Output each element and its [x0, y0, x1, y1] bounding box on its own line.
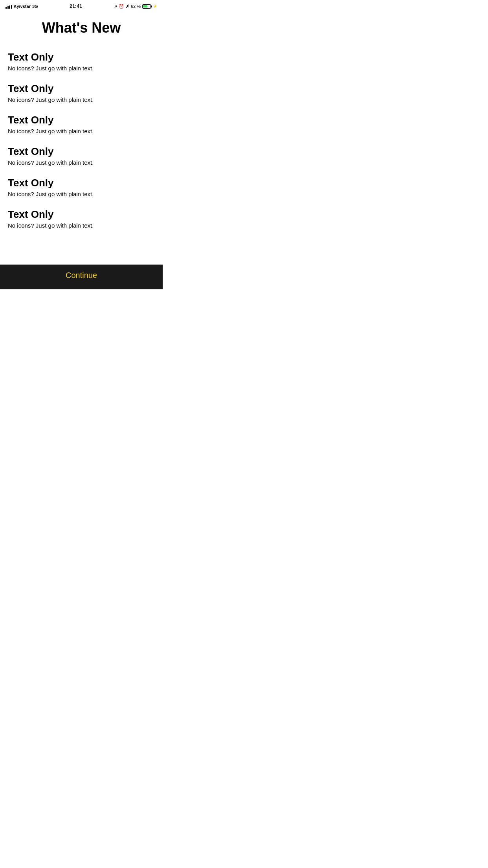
alarm-icon: ⏰: [119, 4, 124, 9]
time-label: 21:41: [70, 4, 82, 9]
continue-button[interactable]: Continue: [8, 271, 155, 280]
feature-item: Text OnlyNo icons? Just go with plain te…: [8, 203, 155, 234]
continue-label: Continue: [8, 271, 155, 280]
battery-icon: ⚡: [142, 4, 157, 9]
feature-item: Text OnlyNo icons? Just go with plain te…: [8, 77, 155, 108]
feature-description: No icons? Just go with plain text.: [8, 128, 155, 134]
feature-title: Text Only: [8, 208, 155, 221]
feature-description: No icons? Just go with plain text.: [8, 65, 155, 72]
feature-description: No icons? Just go with plain text.: [8, 159, 155, 166]
carrier-label: Kyivstar: [14, 4, 31, 9]
page-title: What's New: [8, 20, 155, 36]
feature-description: No icons? Just go with plain text.: [8, 191, 155, 197]
battery-percentage: 62 %: [131, 4, 141, 9]
feature-title: Text Only: [8, 177, 155, 189]
location-icon: ↗: [114, 4, 117, 9]
status-right: ↗ ⏰ ✗ 62 % ⚡: [114, 4, 157, 9]
battery-fill: [143, 5, 147, 7]
bluetooth-icon: ✗: [126, 4, 129, 9]
feature-item: Text OnlyNo icons? Just go with plain te…: [8, 140, 155, 171]
feature-title: Text Only: [8, 145, 155, 158]
status-bar: Kyivstar 3G 21:41 ↗ ⏰ ✗ 62 % ⚡: [0, 0, 163, 12]
feature-title: Text Only: [8, 83, 155, 95]
charging-icon: ⚡: [153, 4, 157, 8]
network-label: 3G: [32, 4, 38, 9]
feature-item: Text OnlyNo icons? Just go with plain te…: [8, 171, 155, 203]
continue-bar: Continue: [0, 265, 163, 289]
feature-list: Text OnlyNo icons? Just go with plain te…: [8, 46, 155, 234]
battery-body: [142, 4, 151, 9]
feature-title: Text Only: [8, 51, 155, 63]
main-content: What's New Text OnlyNo icons? Just go wi…: [0, 12, 163, 265]
feature-description: No icons? Just go with plain text.: [8, 96, 155, 103]
signal-bars-icon: [6, 4, 12, 9]
feature-item: Text OnlyNo icons? Just go with plain te…: [8, 46, 155, 77]
battery-tip: [151, 6, 152, 7]
status-left: Kyivstar 3G: [6, 4, 38, 9]
feature-item: Text OnlyNo icons? Just go with plain te…: [8, 108, 155, 140]
feature-title: Text Only: [8, 114, 155, 126]
feature-description: No icons? Just go with plain text.: [8, 222, 155, 229]
